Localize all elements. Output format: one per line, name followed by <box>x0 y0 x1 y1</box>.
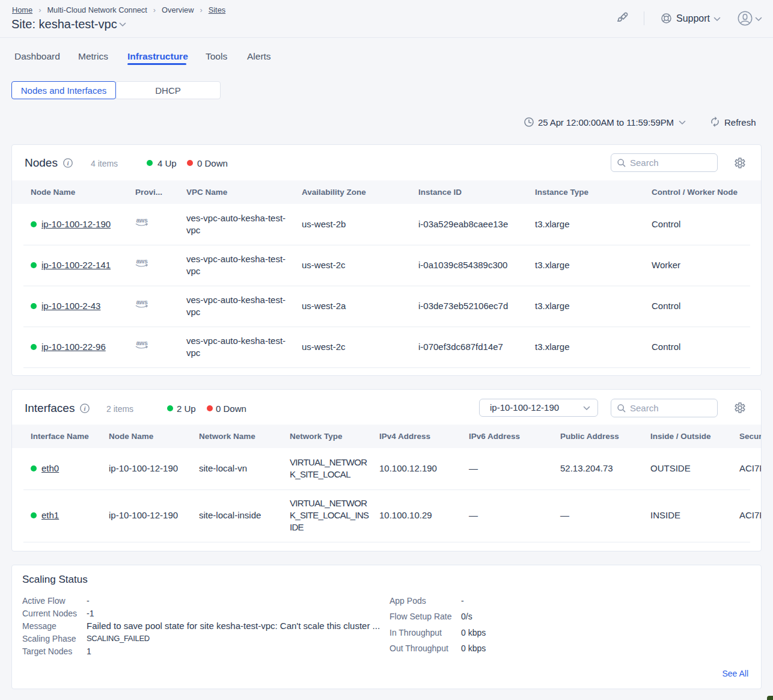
svg-text:i: i <box>67 159 69 167</box>
svg-text:i: i <box>84 405 86 412</box>
